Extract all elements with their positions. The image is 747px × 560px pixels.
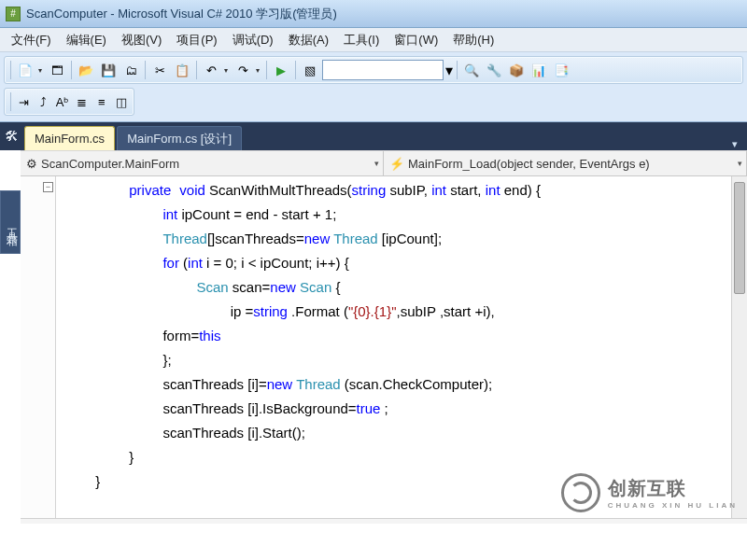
app-icon: # [6, 7, 21, 21]
sidebar-handle-icon[interactable]: 🛠 [2, 126, 21, 147]
grip[interactable] [10, 61, 11, 79]
chevron-down-icon: ▾ [221, 66, 231, 75]
redo-icon: ↷ [233, 60, 253, 80]
types-dropdown[interactable]: ⚙ ScanComputer.MainForm ▾ [21, 151, 384, 175]
toolbar-separator [295, 61, 296, 79]
code-text[interactable]: private void ScanWithMultThreads(string … [56, 176, 747, 494]
menu-view[interactable]: 视图(V) [114, 29, 169, 51]
start-debug-button[interactable]: ▶ [271, 60, 291, 80]
indent-button[interactable]: ⇥ [15, 91, 33, 112]
menu-edit[interactable]: 编辑(E) [59, 29, 114, 51]
solution-cfg-button[interactable]: ▧ [300, 60, 320, 80]
chevron-down-icon: ▾ [35, 66, 45, 75]
new-project-button[interactable]: 📄▾ [15, 60, 45, 80]
grip[interactable] [10, 92, 11, 111]
watermark-text: 创新互联 CHUANG XIN HU LIAN [608, 476, 738, 510]
find-combo[interactable] [322, 60, 444, 80]
class-view-button[interactable]: 📑 [551, 60, 571, 80]
undo-button[interactable]: ↶▾ [201, 60, 231, 80]
toggle-button[interactable]: ◫ [112, 91, 130, 112]
save-all-button[interactable]: 🗂 [120, 60, 141, 80]
document-tab-active[interactable]: MainForm.cs [24, 126, 115, 150]
toolbar-separator [196, 61, 197, 79]
scrollbar-thumb[interactable] [734, 182, 745, 294]
collapse-region-button[interactable]: − [43, 182, 53, 192]
new-icon: 📄 [15, 60, 35, 80]
code-navigation-bar: ⚙ ScanComputer.MainForm ▾ ⚡ MainForm_Loa… [21, 150, 747, 176]
chevron-down-icon[interactable]: ▾ [445, 62, 453, 79]
menu-tools[interactable]: 工具(I) [336, 29, 387, 51]
window-title: ScanComputer - Microsoft Visual C# 2010 … [26, 6, 337, 22]
chevron-down-icon: ▾ [253, 66, 262, 75]
window-titlebar: # ScanComputer - Microsoft Visual C# 201… [0, 0, 747, 28]
toolbar-separator [145, 61, 146, 79]
menu-help[interactable]: 帮助(H) [445, 29, 501, 51]
toolbox-button[interactable]: 🔧 [484, 60, 504, 80]
toolbar-separator [71, 61, 72, 79]
menu-data[interactable]: 数据(A) [281, 29, 336, 51]
menu-debug[interactable]: 调试(D) [225, 29, 281, 51]
code-area[interactable]: private void ScanWithMultThreads(string … [56, 176, 747, 518]
tab-label: MainForm.cs [设计] [127, 131, 232, 147]
bookmark-button[interactable]: ⤴ [35, 91, 52, 112]
menu-file[interactable]: 文件(F) [4, 29, 59, 51]
class-icon: ⚙ [26, 157, 37, 171]
solution-explorer-button[interactable]: 📊 [529, 60, 549, 80]
menu-bar: 文件(F) 编辑(E) 视图(V) 项目(P) 调试(D) 数据(A) 工具(I… [0, 28, 747, 52]
chevron-down-icon: ▾ [374, 159, 379, 168]
menu-window[interactable]: 窗口(W) [387, 29, 445, 51]
chevron-down-icon: ▾ [738, 159, 742, 168]
toolbar-text-editor: ⇥ ⤴ Aᵇ ≣ ≡ ◫ [4, 88, 134, 116]
redo-button[interactable]: ↷▾ [233, 60, 262, 80]
save-button[interactable]: 💾 [98, 60, 119, 80]
editor-gutter: − [21, 176, 56, 518]
comment-button[interactable]: ≣ [73, 91, 91, 112]
members-dropdown-label: MainForm_Load(object sender, EventArgs e… [408, 157, 650, 171]
toolbar-area: 📄▾ 🗔 📂 💾 🗂 ✂ 📋 ↶▾ ↷▾ ▶ ▧ ▾ 🔍 🔧 📦 📊 📑 ⇥ ⤴… [0, 52, 747, 122]
member-list-button[interactable]: Aᵇ [54, 91, 72, 112]
toolbox-sidebar-tab[interactable]: 工具箱 [0, 190, 21, 254]
document-tab-inactive[interactable]: MainForm.cs [设计] [117, 126, 242, 150]
tab-overflow-button[interactable]: ▾ [726, 138, 743, 150]
toolbar-separator [266, 61, 267, 79]
add-item-button[interactable]: 🗔 [47, 60, 67, 80]
watermark: 创新互联 CHUANG XIN HU LIAN [561, 473, 738, 512]
toolbar-separator [457, 61, 458, 79]
watermark-logo-icon [561, 473, 600, 512]
uncomment-button[interactable]: ≡ [92, 91, 110, 112]
members-dropdown[interactable]: ⚡ MainForm_Load(object sender, EventArgs… [384, 151, 747, 175]
find-button[interactable]: 🔍 [461, 60, 482, 80]
cut-button[interactable]: ✂ [149, 60, 170, 80]
code-editor[interactable]: − private void ScanWithMultThreads(strin… [21, 176, 747, 518]
copy-button[interactable]: 📋 [172, 60, 192, 80]
properties-button[interactable]: 📦 [506, 60, 527, 80]
menu-project[interactable]: 项目(P) [169, 29, 224, 51]
types-dropdown-label: ScanComputer.MainForm [41, 157, 179, 171]
method-icon: ⚡ [389, 157, 404, 171]
document-tabstrip: 🛠 MainForm.cs MainForm.cs [设计] ▾ [0, 122, 747, 150]
undo-icon: ↶ [201, 60, 221, 80]
open-button[interactable]: 📂 [76, 60, 96, 80]
vertical-scrollbar[interactable]: ▲ [731, 176, 747, 518]
footer-strip [21, 518, 747, 524]
toolbar-standard: 📄▾ 🗔 📂 💾 🗂 ✂ 📋 ↶▾ ↷▾ ▶ ▧ ▾ 🔍 🔧 📦 📊 📑 [4, 56, 743, 84]
tab-label: MainForm.cs [35, 132, 105, 146]
